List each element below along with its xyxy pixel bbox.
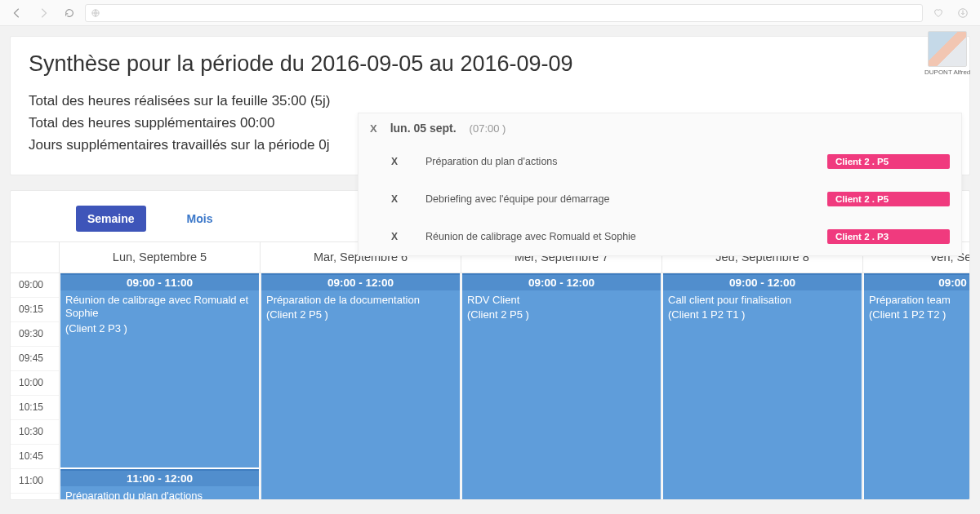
day-column: Jeu, Septembre 809:00 - 12:00Call client… — [662, 242, 863, 500]
popover-item: XRéunion de calibrage avec Romuald et So… — [359, 218, 961, 255]
event-title: Préparation du plan d'actions — [65, 490, 254, 500]
popover-item-label: Réunion de calibrage avec Romuald et Sop… — [425, 231, 800, 242]
day-column: Lun, Septembre 509:00 - 11:00Réunion de … — [60, 242, 261, 500]
day-column: Ven, Septem09:00 - 12Préparation team(Cl… — [863, 242, 969, 500]
time-slot: 10:45 — [11, 445, 59, 469]
browser-toolbar — [0, 0, 980, 26]
popover-item-pill[interactable]: Client 2 . P5 — [827, 154, 950, 169]
popover-item-close-icon[interactable]: X — [391, 231, 398, 242]
calendar-event[interactable]: 09:00 - 11:00Réunion de calibrage avec R… — [60, 273, 259, 467]
reload-button[interactable] — [59, 3, 80, 23]
popover-item-label: Debriefing avec l'équipe pour démarrage — [425, 193, 800, 205]
globe-icon — [91, 8, 100, 18]
page-title: Synthèse pour la période du 2016-09-05 a… — [29, 51, 951, 77]
download-button[interactable] — [952, 3, 973, 23]
day-column: Mer, Septembre 709:00 - 12:00RDV Client(… — [461, 242, 662, 500]
day-header: Lun, Septembre 5 — [60, 242, 260, 273]
popover-item-label: Préparation du plan d'actions — [425, 156, 800, 167]
event-title: Réunion de calibrage avec Romuald et Sop… — [65, 294, 254, 321]
event-client: (Client 1 P2 T1 ) — [668, 308, 857, 321]
favorite-button[interactable] — [928, 3, 949, 23]
time-slot: 09:15 — [11, 298, 59, 322]
time-slot: 11:15 — [11, 494, 59, 500]
day-detail-popover: X lun. 05 sept. (07:00 ) XPréparation du… — [358, 113, 962, 256]
event-time: 11:00 - 12:00 — [60, 471, 259, 486]
event-time: 09:00 - 12 — [864, 275, 969, 290]
tab-week[interactable]: Semaine — [76, 206, 146, 232]
avatar-image — [928, 31, 967, 67]
popover-item-close-icon[interactable]: X — [391, 156, 398, 167]
avatar-name: DUPONT Alfred — [924, 69, 970, 76]
calendar-event[interactable]: 09:00 - 12Préparation team(Client 1 P2 T… — [864, 273, 969, 500]
day-body[interactable]: 09:00 - 12:00Préparation de la documenta… — [261, 273, 461, 500]
event-client: (Client 2 P5 ) — [467, 308, 656, 321]
event-time: 09:00 - 12:00 — [663, 275, 862, 290]
time-slot: 11:00 — [11, 469, 59, 494]
user-avatar[interactable]: DUPONT Alfred — [924, 31, 970, 76]
time-slot: 10:30 — [11, 420, 59, 445]
popover-item-pill[interactable]: Client 2 . P5 — [827, 192, 950, 206]
event-title: RDV Client — [467, 294, 656, 308]
calendar-grid: 09:0009:1509:3009:4510:0010:1510:3010:45… — [11, 241, 969, 500]
calendar-event[interactable]: 11:00 - 12:00Préparation du plan d'actio… — [60, 469, 259, 500]
popover-date: lun. 05 sept. — [390, 122, 457, 135]
popover-item-pill[interactable]: Client 2 . P3 — [827, 229, 950, 244]
day-column: Mar, Septembre 609:00 - 12:00Préparation… — [261, 242, 461, 500]
event-time: 09:00 - 11:00 — [60, 275, 259, 290]
popover-close-icon[interactable]: X — [370, 122, 377, 135]
event-time: 09:00 - 12:00 — [261, 275, 460, 290]
time-column: 09:0009:1509:3009:4510:0010:1510:3010:45… — [11, 242, 60, 500]
event-client: (Client 2 P3 ) — [65, 322, 254, 335]
event-client: (Client 1 P2 T2 ) — [869, 308, 969, 321]
event-title: Préparation de la documentation — [266, 294, 455, 308]
forward-button[interactable] — [33, 3, 54, 23]
popover-time: (07:00 ) — [470, 122, 506, 135]
popover-item-close-icon[interactable]: X — [391, 193, 398, 205]
address-bar[interactable] — [85, 4, 923, 22]
event-client: (Client 2 P5 ) — [266, 308, 455, 321]
back-button[interactable] — [7, 3, 28, 23]
time-slot: 09:45 — [11, 347, 59, 371]
time-slot: 10:15 — [11, 396, 59, 420]
calendar-event[interactable]: 09:00 - 12:00RDV Client(Client 2 P5 ) — [462, 273, 661, 500]
day-body[interactable]: 09:00 - 11:00Réunion de calibrage avec R… — [60, 273, 260, 500]
summary-line-hours: Total des heures réalisées sur la feuill… — [29, 90, 951, 112]
time-slot: 09:00 — [11, 273, 59, 298]
calendar-event[interactable]: 09:00 - 12:00Call client pour finalisati… — [663, 273, 862, 500]
day-body[interactable]: 09:00 - 12:00RDV Client(Client 2 P5 ) — [461, 273, 662, 500]
day-body[interactable]: 09:00 - 12:00Call client pour finalisati… — [662, 273, 862, 500]
popover-item: XDebriefing avec l'équipe pour démarrage… — [359, 180, 961, 218]
calendar-event[interactable]: 09:00 - 12:00Préparation de la documenta… — [261, 273, 460, 500]
tab-month[interactable]: Mois — [176, 206, 225, 232]
event-title: Préparation team — [869, 294, 969, 308]
time-slot: 09:30 — [11, 322, 59, 347]
day-body[interactable]: 09:00 - 12Préparation team(Client 1 P2 T… — [863, 273, 969, 500]
time-slot: 10:00 — [11, 371, 59, 396]
popover-item: XPréparation du plan d'actionsClient 2 .… — [359, 143, 961, 180]
event-title: Call client pour finalisation — [668, 294, 857, 308]
event-time: 09:00 - 12:00 — [462, 275, 661, 290]
